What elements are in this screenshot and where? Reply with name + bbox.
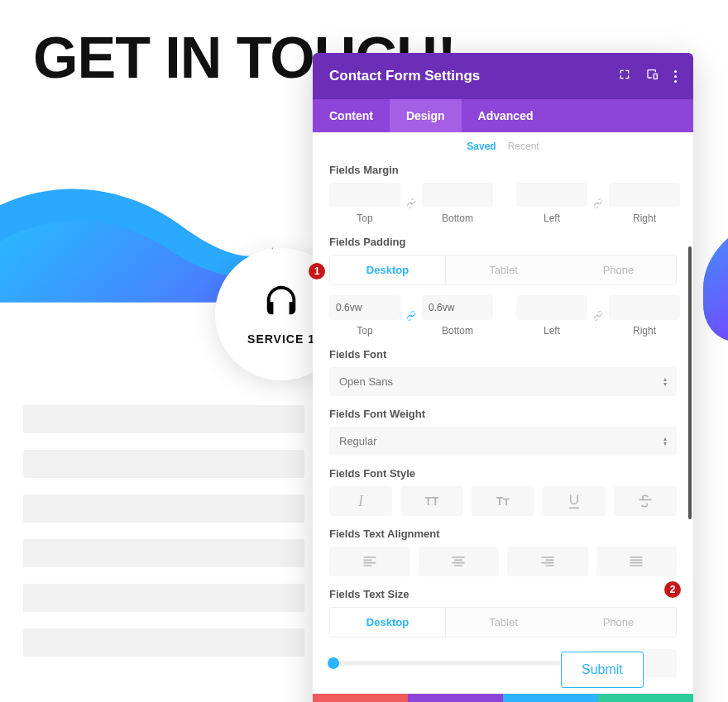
history-recent[interactable]: Recent <box>508 141 539 152</box>
more-icon[interactable] <box>674 70 677 83</box>
annotation-badge-1: 1 <box>309 263 325 279</box>
device-tab-tablet[interactable]: Tablet <box>446 255 561 284</box>
slider-thumb[interactable] <box>328 657 339 669</box>
history-saved[interactable]: Saved <box>467 141 496 152</box>
align-justify-button[interactable] <box>596 547 678 576</box>
padding-right-input[interactable] <box>609 295 680 320</box>
device-tab-desktop[interactable]: Desktop <box>330 608 446 637</box>
label-fields-text-size: Fields Text Size <box>329 588 677 600</box>
modal-header: Contact Form Settings <box>313 53 693 99</box>
device-tab-tablet[interactable]: Tablet <box>446 608 561 637</box>
modal-body: Saved Recent Fields Margin Top Bottom Le… <box>313 132 693 694</box>
font-style-row: I TT Tᴛ <box>329 486 677 516</box>
redo-button[interactable] <box>503 694 598 702</box>
link-icon[interactable] <box>591 191 606 216</box>
lbl-bottom: Bottom <box>442 325 473 337</box>
undo-button[interactable] <box>408 694 503 702</box>
margin-top-input[interactable] <box>329 183 400 208</box>
background-wave-right <box>703 225 728 354</box>
align-left-button[interactable] <box>329 547 410 576</box>
label-fields-padding: Fields Padding <box>329 236 677 248</box>
device-tab-desktop[interactable]: Desktop <box>330 255 446 284</box>
align-right-button[interactable] <box>507 547 588 576</box>
align-center-button[interactable] <box>419 547 500 576</box>
modal-title: Contact Form Settings <box>329 68 480 84</box>
caret-icon <box>663 437 667 447</box>
device-tab-phone[interactable]: Phone <box>561 608 676 637</box>
textsize-device-tabs: Desktop Tablet Phone <box>329 607 677 638</box>
margin-bottom-input[interactable] <box>422 183 493 208</box>
cancel-button[interactable] <box>313 694 408 702</box>
lbl-right: Right <box>633 213 656 224</box>
text-size-slider[interactable] <box>329 661 579 666</box>
margin-right-input[interactable] <box>609 183 680 208</box>
padding-left-input[interactable] <box>516 295 587 320</box>
padding-device-tabs: Desktop Tablet Phone <box>329 255 677 285</box>
font-value: Open Sans <box>339 375 393 388</box>
expand-icon[interactable] <box>618 68 631 84</box>
tab-design[interactable]: Design <box>390 99 462 132</box>
tab-content[interactable]: Content <box>313 99 390 132</box>
lbl-left: Left <box>544 325 560 337</box>
lbl-right: Right <box>633 325 656 337</box>
font-weight-select[interactable]: Regular <box>329 427 677 456</box>
label-fields-font-weight: Fields Font Weight <box>329 408 677 420</box>
device-tab-phone[interactable]: Phone <box>561 255 676 284</box>
label-fields-font-style: Fields Font Style <box>329 467 677 480</box>
fields-padding-row: Top Bottom Left Right <box>329 295 677 337</box>
link-icon[interactable] <box>404 191 419 216</box>
label-fields-text-alignment: Fields Text Alignment <box>329 528 677 540</box>
lbl-bottom: Bottom <box>442 213 473 224</box>
headphones-icon <box>262 283 300 321</box>
padding-top-input[interactable] <box>329 295 400 320</box>
tab-advanced[interactable]: Advanced <box>462 99 550 132</box>
padding-bottom-input[interactable] <box>422 295 493 320</box>
style-strikethrough-button[interactable] <box>614 486 677 516</box>
submit-button[interactable]: Submit <box>561 652 644 688</box>
font-select[interactable]: Open Sans <box>329 367 677 396</box>
lbl-left: Left <box>544 213 560 224</box>
service-label: SERVICE 1 <box>247 332 315 346</box>
link-icon[interactable] <box>404 303 419 328</box>
style-uppercase-button[interactable]: TT <box>400 486 463 516</box>
modal-tabs: Content Design Advanced <box>313 99 693 132</box>
background-form-placeholder <box>23 405 304 673</box>
responsive-icon[interactable] <box>646 68 659 84</box>
lbl-top: Top <box>357 325 372 337</box>
style-underline-button[interactable] <box>543 486 606 516</box>
label-fields-font: Fields Font <box>329 348 677 361</box>
settings-modal: Contact Form Settings Content Design Adv… <box>313 53 693 702</box>
scrollbar[interactable] <box>688 246 692 519</box>
link-icon[interactable] <box>591 303 606 328</box>
modal-footer <box>313 694 693 702</box>
save-button[interactable] <box>598 694 693 702</box>
margin-left-input[interactable] <box>516 183 587 208</box>
caret-icon <box>663 377 667 387</box>
style-italic-button[interactable]: I <box>329 486 392 516</box>
font-weight-value: Regular <box>339 435 377 447</box>
text-alignment-row <box>329 547 677 576</box>
history-bar: Saved Recent <box>329 141 677 152</box>
annotation-badge-2: 2 <box>664 581 681 598</box>
style-smallcaps-button[interactable]: Tᴛ <box>472 486 534 516</box>
lbl-top: Top <box>357 213 372 224</box>
fields-margin-row: Top Bottom Left Right <box>329 183 677 224</box>
label-fields-margin: Fields Margin <box>329 164 677 176</box>
